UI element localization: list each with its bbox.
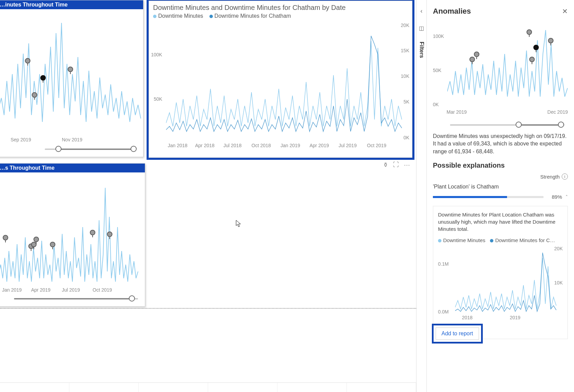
anomaly-marker[interactable]: [548, 38, 554, 45]
filter-icon[interactable]: ⚱: [383, 161, 388, 169]
x-tick: Sep 2019: [11, 137, 31, 142]
legend-dot-icon: [438, 239, 441, 242]
x-tick: Apr 2019: [31, 287, 51, 293]
anomalies-panel: Anomalies ✕ 100K 50K 0K Mar 2019 Dec 201…: [426, 0, 574, 392]
slider-thumb-end[interactable]: [129, 295, 135, 302]
anomalies-overview-chart[interactable]: 100K 50K 0K: [433, 20, 568, 105]
filters-label[interactable]: Filters: [419, 42, 425, 58]
x-tick: Oct 2019: [93, 287, 112, 293]
legend-item: Downtime Minutes for Chatham: [215, 13, 291, 19]
possible-explanations-title: Possible explanations: [433, 162, 568, 169]
legend-dot-icon: [153, 15, 156, 18]
legend-item: Downtime Minutes for C…: [495, 237, 555, 243]
mini-chart-svg: [447, 20, 570, 105]
anomaly-marker[interactable]: [529, 57, 535, 64]
y-tick: 50K: [433, 68, 441, 73]
visual-hover-toolbar: ⚱ ⛶ ⋯: [383, 161, 410, 169]
x-tick: Jan 2018: [168, 143, 188, 148]
collapse-filters-icon[interactable]: ‹: [421, 8, 423, 15]
explanation-card-text: Downtime Minutes for Plant Location Chat…: [438, 211, 563, 233]
chart-main: [166, 20, 405, 137]
add-to-report-highlight: Add to report: [432, 324, 483, 344]
x-tick: Oct 2019: [367, 143, 386, 148]
anomaly-marker[interactable]: [50, 242, 55, 249]
anomalies-range-slider[interactable]: [450, 122, 564, 128]
explanation-card: Downtime Minutes for Plant Location Chat…: [433, 206, 568, 339]
anomaly-marker[interactable]: [527, 29, 532, 37]
slider-thumb-end[interactable]: [558, 122, 564, 128]
x-tick: Jan 2019: [2, 287, 22, 293]
report-canvas[interactable]: …inutes Throughout Time Sep 2019 Nov 201…: [0, 0, 416, 392]
info-icon[interactable]: i: [562, 173, 568, 180]
legend-dot-icon: [490, 239, 493, 242]
visual-title-bar: …inutes Throughout Time: [0, 0, 143, 9]
add-to-report-button[interactable]: Add to report: [436, 327, 479, 340]
x-tick: Dec 2019: [547, 109, 568, 115]
chart-legend: Downtime Minutes Downtime Minutes for Ch…: [149, 12, 412, 20]
strength-label: Strength: [540, 174, 560, 180]
anomaly-marker-selected[interactable]: [40, 75, 46, 83]
anomaly-marker[interactable]: [25, 58, 30, 66]
time-range-slider[interactable]: [45, 146, 136, 153]
explanation-card-chart: [455, 246, 558, 312]
close-icon[interactable]: ✕: [562, 7, 568, 15]
slider-thumb-start[interactable]: [516, 122, 522, 128]
anomaly-marker-selected[interactable]: [533, 45, 539, 52]
y-tick-right: 10K: [401, 73, 409, 79]
x-tick: Oct 2018: [251, 143, 271, 148]
chart-title: Downtime Minutes and Downtime Minutes fo…: [149, 1, 412, 12]
anomaly-marker[interactable]: [474, 52, 479, 59]
filters-rail: ‹ ◫ Filters: [416, 0, 426, 392]
anomaly-marker[interactable]: [107, 232, 112, 239]
y-tick-left: 50K: [154, 96, 162, 102]
visual-title-bar: …s Throughout Time: [0, 164, 145, 172]
x-tick: Jul 2019: [62, 287, 80, 293]
visual-top-left[interactable]: …inutes Throughout Time Sep 2019 Nov 201…: [0, 0, 144, 157]
strength-bar: [433, 196, 544, 198]
anomaly-marker[interactable]: [68, 67, 73, 74]
x-tick: Jan 2019: [281, 143, 300, 148]
x-tick: 2018: [462, 315, 473, 320]
strength-percentage: 89%: [547, 194, 562, 200]
more-options-icon[interactable]: ⋯: [404, 161, 410, 169]
x-tick: 2019: [510, 315, 520, 320]
legend-item: Downtime Minutes: [158, 13, 203, 19]
x-tick: Jul 2019: [339, 143, 357, 148]
focus-mode-icon[interactable]: ⛶: [393, 161, 399, 169]
canvas-boundary: [0, 308, 416, 309]
x-tick: Jul 2018: [223, 143, 242, 148]
y-tick-right: 0K: [404, 135, 409, 140]
y-tick-right: 20K: [401, 23, 409, 28]
anomaly-marker[interactable]: [33, 237, 39, 244]
anomaly-marker[interactable]: [90, 230, 95, 237]
x-tick: Apr 2019: [310, 143, 329, 148]
x-tick: Nov 2019: [62, 137, 82, 142]
y-tick-left: 100K: [151, 52, 162, 57]
chart-bottom-left: [0, 176, 142, 292]
strength-bar-row[interactable]: 89% ˄: [433, 194, 568, 200]
y-tick: 100K: [433, 33, 444, 39]
slider-thumb-end[interactable]: [131, 146, 137, 152]
page-tabs-footer[interactable]: [0, 382, 416, 392]
anomaly-marker[interactable]: [3, 235, 8, 242]
y-tick-right: 5K: [404, 99, 409, 104]
chevron-up-icon[interactable]: ˄: [565, 194, 568, 200]
y-tick: 0K: [433, 102, 439, 107]
x-tick: Apr 2018: [195, 143, 215, 148]
slider-thumb-start[interactable]: [55, 146, 62, 152]
time-range-slider[interactable]: [14, 295, 138, 302]
card-legend: Downtime Minutes Downtime Minutes for C…: [438, 237, 563, 243]
explanation-name: 'Plant Location' is Chatham: [433, 184, 568, 190]
mouse-cursor-icon: [236, 220, 241, 227]
y-tick-right: 15K: [401, 48, 409, 53]
x-tick: Mar 2019: [447, 109, 467, 115]
chart-top-left: [0, 13, 142, 142]
visual-bottom-left[interactable]: …s Throughout Time Jan 2019 Apr 2019 Jul…: [0, 163, 145, 307]
anomaly-marker[interactable]: [32, 92, 37, 100]
legend-item: Downtime Minutes: [443, 237, 485, 243]
y-tick-left: 0.0M: [438, 309, 449, 314]
panel-title: Anomalies: [433, 7, 471, 16]
bookmark-icon[interactable]: ◫: [419, 25, 424, 31]
anomaly-description: Downtime Minutes was unexpectedly high o…: [433, 132, 568, 155]
visual-main-selected[interactable]: Downtime Minutes and Downtime Minutes fo…: [149, 1, 412, 158]
